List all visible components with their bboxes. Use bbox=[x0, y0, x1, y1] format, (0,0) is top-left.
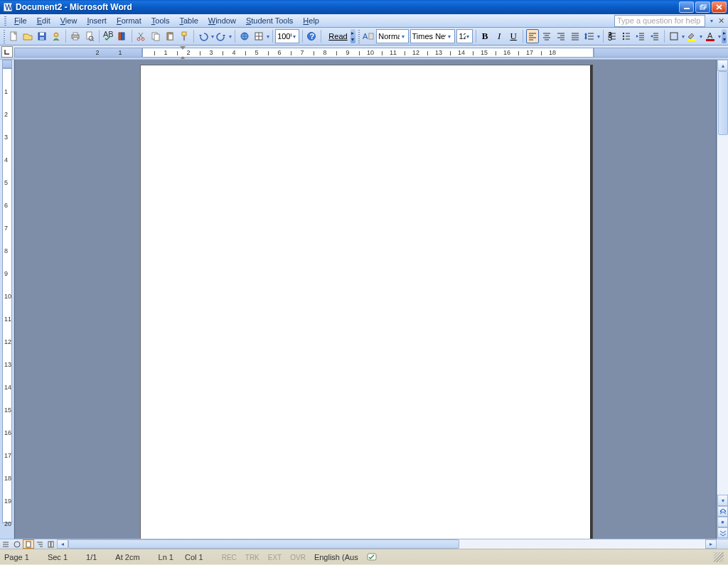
toolbar-overflow[interactable]: ▸▾ bbox=[350, 29, 355, 43]
minimize-button[interactable] bbox=[679, 1, 694, 13]
menu-window[interactable]: Window bbox=[203, 15, 241, 26]
font-combo[interactable]: ▾ bbox=[410, 29, 456, 43]
reading-layout-button[interactable]: Read bbox=[324, 29, 350, 43]
scroll-right-button[interactable]: ▸ bbox=[705, 539, 717, 549]
menu-tools[interactable]: Tools bbox=[146, 15, 175, 26]
help-dropdown-icon[interactable]: ▾ bbox=[708, 18, 715, 24]
redo-history-dropdown[interactable]: ▾ bbox=[228, 33, 232, 40]
resize-grip[interactable] bbox=[714, 552, 724, 562]
line-spacing-dropdown[interactable]: ▾ bbox=[596, 33, 601, 40]
zoom-input[interactable] bbox=[277, 32, 291, 41]
styles-pane-button[interactable]: A bbox=[362, 29, 375, 43]
horizontal-scroll-thumb[interactable] bbox=[68, 539, 459, 549]
spelling-button[interactable]: ABC bbox=[102, 29, 114, 43]
menu-file[interactable]: File bbox=[9, 15, 32, 26]
scroll-down-button[interactable]: ▾ bbox=[717, 495, 728, 506]
reading-layout-view-button[interactable] bbox=[46, 539, 57, 549]
tab-selector[interactable] bbox=[1, 46, 13, 58]
horizontal-scroll-track[interactable] bbox=[68, 539, 705, 549]
font-size-combo[interactable]: ▾ bbox=[456, 29, 472, 43]
bold-button[interactable]: B bbox=[478, 29, 491, 43]
page-canvas[interactable] bbox=[140, 65, 592, 539]
vertical-scrollbar[interactable]: ▴ ▾ ● bbox=[717, 60, 728, 539]
toolbar-grip[interactable] bbox=[4, 30, 5, 43]
normal-view-button[interactable] bbox=[0, 539, 11, 549]
font-color-button[interactable]: A bbox=[704, 29, 717, 43]
tables-dropdown[interactable]: ▾ bbox=[266, 33, 270, 40]
web-layout-view-button[interactable] bbox=[11, 539, 23, 549]
menu-format[interactable]: Format bbox=[112, 15, 146, 26]
status-mode-trk[interactable]: TRK bbox=[245, 554, 259, 561]
border-dropdown[interactable]: ▾ bbox=[681, 33, 685, 40]
horizontal-scrollbar[interactable]: ◂ ▸ bbox=[57, 539, 717, 549]
print-layout-view-button[interactable] bbox=[23, 539, 34, 549]
spell-check-status-icon[interactable] bbox=[367, 552, 380, 562]
new-document-button[interactable] bbox=[7, 29, 20, 43]
font-size-input[interactable] bbox=[459, 32, 465, 41]
paste-button[interactable] bbox=[164, 29, 176, 43]
menu-grip[interactable] bbox=[4, 16, 6, 26]
formatting-grip[interactable] bbox=[358, 30, 360, 43]
doc-close-button[interactable]: ✕ bbox=[715, 15, 727, 26]
menu-help[interactable]: Help bbox=[298, 15, 324, 26]
menu-table[interactable]: Table bbox=[174, 15, 203, 26]
vertical-ruler[interactable]: 1234567891011121314151617181920 bbox=[0, 60, 14, 539]
style-combo[interactable]: ▾ bbox=[376, 29, 408, 43]
justify-button[interactable] bbox=[569, 29, 582, 43]
highlight-button[interactable] bbox=[685, 29, 698, 43]
line-spacing-button[interactable] bbox=[583, 29, 596, 43]
scroll-up-button[interactable]: ▴ bbox=[717, 60, 728, 71]
menu-edit[interactable]: Edit bbox=[32, 15, 55, 26]
status-mode-ovr[interactable]: OVR bbox=[290, 554, 306, 561]
copy-button[interactable] bbox=[149, 29, 162, 43]
underline-button[interactable]: U bbox=[507, 29, 520, 43]
font-size-dropdown-icon[interactable]: ▾ bbox=[466, 33, 471, 40]
research-button[interactable] bbox=[116, 29, 129, 43]
permission-button[interactable] bbox=[50, 29, 63, 43]
style-input[interactable] bbox=[378, 32, 400, 41]
previous-page-button[interactable] bbox=[717, 506, 728, 517]
style-dropdown-icon[interactable]: ▾ bbox=[400, 33, 406, 40]
select-browse-object-button[interactable]: ● bbox=[717, 517, 728, 527]
document-area[interactable] bbox=[14, 60, 717, 539]
zoom-combo[interactable]: ▾ bbox=[275, 29, 299, 43]
status-mode-ext[interactable]: EXT bbox=[268, 554, 282, 561]
insert-hyperlink-button[interactable] bbox=[238, 29, 251, 43]
tables-borders-button[interactable] bbox=[252, 29, 265, 43]
print-preview-button[interactable] bbox=[83, 29, 96, 43]
close-button[interactable] bbox=[712, 1, 727, 13]
bullets-button[interactable] bbox=[620, 29, 633, 43]
format-painter-button[interactable] bbox=[178, 29, 191, 43]
print-button[interactable] bbox=[69, 29, 82, 43]
decrease-indent-button[interactable] bbox=[634, 29, 647, 43]
highlight-dropdown[interactable]: ▾ bbox=[699, 33, 703, 40]
formatting-overflow[interactable]: ▸▾ bbox=[722, 29, 727, 43]
increase-indent-button[interactable] bbox=[648, 29, 661, 43]
menu-insert[interactable]: Insert bbox=[82, 15, 112, 26]
cut-button[interactable] bbox=[135, 29, 148, 43]
align-right-button[interactable] bbox=[555, 29, 567, 43]
undo-history-dropdown[interactable]: ▾ bbox=[210, 33, 215, 40]
outline-view-button[interactable] bbox=[34, 539, 46, 549]
menu-student-tools[interactable]: Student Tools bbox=[241, 15, 298, 26]
save-button[interactable] bbox=[36, 29, 48, 43]
horizontal-ruler[interactable]: 12123456789101112131415161718 bbox=[14, 48, 728, 58]
restore-button[interactable] bbox=[695, 1, 710, 13]
vertical-scroll-track[interactable] bbox=[717, 71, 728, 495]
font-dropdown-icon[interactable]: ▾ bbox=[446, 33, 453, 40]
vertical-scroll-thumb[interactable] bbox=[718, 71, 728, 135]
scroll-left-button[interactable]: ◂ bbox=[57, 539, 68, 549]
redo-button[interactable] bbox=[215, 29, 228, 43]
help-search-box[interactable]: Type a question for help bbox=[614, 15, 705, 27]
zoom-dropdown-icon[interactable]: ▾ bbox=[291, 33, 297, 40]
undo-button[interactable] bbox=[197, 29, 210, 43]
open-button[interactable] bbox=[21, 29, 34, 43]
align-center-button[interactable] bbox=[540, 29, 553, 43]
font-input[interactable] bbox=[412, 32, 446, 41]
italic-button[interactable]: I bbox=[493, 29, 505, 43]
status-mode-rec[interactable]: REC bbox=[222, 554, 237, 561]
help-button[interactable]: ? bbox=[305, 29, 318, 43]
numbering-button[interactable]: 123 bbox=[606, 29, 619, 43]
next-page-button[interactable] bbox=[717, 527, 728, 538]
status-language[interactable]: English (Aus bbox=[314, 553, 358, 561]
